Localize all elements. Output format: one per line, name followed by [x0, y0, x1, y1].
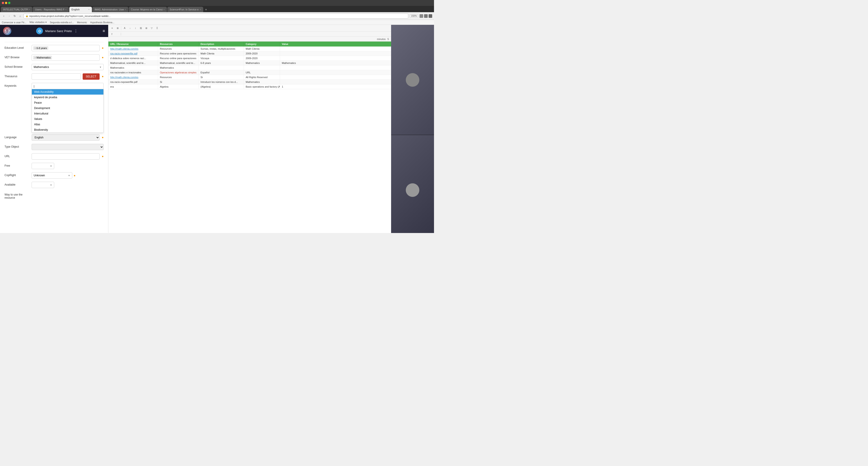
grid-cell: Mathematics — [244, 80, 280, 84]
toolbar-btn-3[interactable]: A — [122, 26, 127, 31]
dropdown-item-development[interactable]: Development — [32, 105, 103, 111]
copyright-select[interactable]: Unknown ▼ — [32, 172, 72, 179]
toolbar-btn-8[interactable]: ▽ — [149, 26, 154, 31]
education-level-tag: × 6-8 years — [33, 46, 48, 50]
tag-x-vet-icon[interactable]: × — [35, 57, 36, 59]
traffic-light-green[interactable] — [8, 2, 10, 4]
tag-x-icon[interactable]: × — [35, 47, 36, 50]
language-select[interactable]: English — [32, 134, 100, 141]
vet-tag-label: Mathematics — [37, 56, 51, 59]
toolbar-btn-2[interactable]: ⊞ — [115, 26, 120, 31]
type-object-select[interactable] — [32, 144, 104, 150]
grid-cell: ros racionales e irracionales — [108, 70, 158, 75]
toolbar-btn-1[interactable]: ≡ — [110, 26, 115, 31]
tab-close-icon[interactable]: × — [65, 8, 66, 10]
tab-close-icon[interactable]: × — [125, 8, 126, 10]
school-browse-select[interactable]: Mathematics ▼ — [32, 64, 104, 70]
help-icon-lang[interactable]: ● — [102, 134, 104, 139]
dropdown-item-web-acc[interactable]: Web Accesibility — [32, 89, 103, 95]
bookmark-1[interactable]: Comenzar a usar Fir... — [2, 21, 26, 24]
tab-close-icon[interactable]: × — [29, 8, 30, 10]
available-select[interactable]: ▼ — [32, 182, 54, 188]
toolbar-btn-9[interactable]: Σ — [155, 26, 160, 31]
education-level-field: × 6-8 years — [32, 45, 100, 51]
tab-mujeres[interactable]: Course: Mujeres en la Ciencia × — [129, 7, 167, 12]
table-row: ros-racio-nxpowerfile.pdf Si Introducir … — [108, 80, 391, 85]
help-icon-url[interactable]: ● — [102, 153, 104, 158]
bookmark-4[interactable]: Memonic — [77, 21, 87, 24]
thesaurus-input[interactable] — [32, 73, 81, 80]
table-row: http://math.cilenia.com/es Resources Sum… — [108, 46, 391, 51]
refresh-btn[interactable]: ↻ — [13, 14, 17, 18]
dropdown-item-intercultural[interactable]: Intercultural — [32, 111, 103, 116]
dots-icon[interactable]: ⋮ — [74, 29, 78, 33]
grid-cell: Operaciones algebraicas simples — [158, 70, 199, 75]
dropdown-item-values[interactable]: Values — [32, 116, 103, 122]
grid-cell[interactable]: http://math.cilenia.com/es — [108, 75, 158, 80]
tab-english[interactable]: English × — [69, 7, 92, 12]
tab-users-repo[interactable]: Users - Repository IMAS Proj... × — [33, 7, 69, 12]
toolbar-btn-6[interactable]: ⛓ — [138, 26, 144, 31]
help-icon-copyright[interactable]: ● — [73, 174, 75, 177]
tab-close-icon[interactable]: × — [88, 8, 89, 10]
tab-science4fun[interactable]: Science4Fun: In Service e-trai... × — [167, 7, 203, 12]
form-panel: ⏻ Mariano Sanz Prieto ⋮ ≡ Education Leve… — [0, 25, 108, 233]
type-object-label: Type Object — [4, 144, 29, 148]
grid-cell — [280, 65, 307, 70]
vet-browse-tag-input[interactable]: × Mathematics — [32, 54, 100, 61]
tab-label: Users - Repository IMAS Proj... — [35, 8, 64, 11]
tab-label: Science4Fun: In Service e-trai... — [169, 8, 199, 11]
education-level-label: Education Level — [4, 45, 29, 50]
formula-bar: f — [108, 32, 391, 37]
help-icon-thesaurus[interactable]: ● — [102, 73, 104, 78]
table-row: http://math.cilenia.com/es Resources Si … — [108, 75, 391, 80]
toolbar-btn-4[interactable]: ↓ — [128, 26, 132, 31]
grid-cell[interactable]: ros-racio-nxpowerfile.pdf — [108, 51, 158, 56]
home-btn[interactable]: ⌂ — [18, 14, 22, 18]
keywords-row: Keywords | Web Accesibility keyword de p… — [4, 83, 104, 89]
bookmark-3[interactable]: Segunda estrella a l... — [50, 21, 74, 24]
bookmark-5[interactable]: Hypothesis Bookma... — [90, 21, 115, 24]
tab-close-icon[interactable]: × — [200, 8, 201, 10]
forward-btn[interactable]: › — [7, 14, 11, 18]
help-icon-edu[interactable]: ● — [102, 45, 104, 50]
spreadsheet-toolbar: ≡ ⊞ A ↓ ↕ ⛓ ⊞ ▽ Σ — [108, 25, 391, 32]
tab-close-icon[interactable]: × — [163, 8, 165, 10]
keywords-input[interactable]: | — [32, 83, 104, 89]
url-input[interactable] — [32, 153, 100, 160]
thesaurus-select-btn[interactable]: SELECT — [83, 73, 100, 80]
grid-cell: Mathematics — [244, 61, 280, 65]
toolbar-btn-7[interactable]: ⊞ — [144, 26, 149, 31]
traffic-light-red[interactable] — [2, 2, 4, 4]
toolbar-btn-5[interactable]: ↕ — [133, 26, 138, 31]
grid-cell: 2009-2020 — [244, 56, 280, 61]
table-row: Mathematical, scientific and te... Mathe… — [108, 61, 391, 65]
dropdown-item-atlas[interactable]: Atlas — [32, 122, 103, 127]
education-level-tag-input[interactable]: × 6-8 years — [32, 45, 100, 51]
new-tab-btn[interactable]: + — [204, 7, 208, 12]
grid-cell: (Algebra) — [199, 85, 244, 89]
app-header: ⏻ Mariano Sanz Prieto ⋮ ≡ — [0, 25, 108, 37]
free-select[interactable]: ▼ — [32, 163, 54, 169]
dropdown-item-peace[interactable]: Peace — [32, 100, 103, 105]
tab-intelectual[interactable]: INTELECTUAL OUTPUTS × — [1, 7, 32, 12]
grid-cell: All Rights Reserved — [244, 75, 280, 80]
ext-icon-3[interactable] — [429, 14, 432, 18]
ext-icon-2[interactable] — [424, 14, 428, 18]
grid-cell[interactable]: http://math.cilenia.com/es — [108, 46, 158, 51]
hamburger-icon[interactable]: ≡ — [102, 29, 105, 33]
traffic-light-yellow[interactable] — [5, 2, 7, 4]
tab-imas-admin[interactable]: IMAS: Administration: Users: ... × — [92, 7, 128, 12]
grid-cell: Introducir los números con los d... — [199, 80, 244, 84]
tab-label: IMAS: Administration: Users: ... — [95, 8, 124, 11]
dropdown-item-keyword[interactable]: keyword de prueba — [32, 95, 103, 100]
grid-cell: Math Cilenia — [244, 46, 280, 51]
dropdown-item-biodiversity[interactable]: Biodiversity — [32, 127, 103, 132]
bookmark-2[interactable]: Más visitados ▾ — [30, 21, 47, 24]
spreadsheet-body[interactable]: URL / Resource Resources Description Cat… — [108, 41, 391, 233]
ext-icon-1[interactable] — [420, 14, 423, 18]
free-field: ▼ — [32, 163, 54, 169]
back-btn[interactable]: ‹ — [2, 14, 6, 18]
help-icon-vet[interactable]: ● — [102, 54, 104, 59]
url-input-box[interactable]: 🔒 repository.imas-project.eu/index.php?o… — [24, 13, 408, 19]
